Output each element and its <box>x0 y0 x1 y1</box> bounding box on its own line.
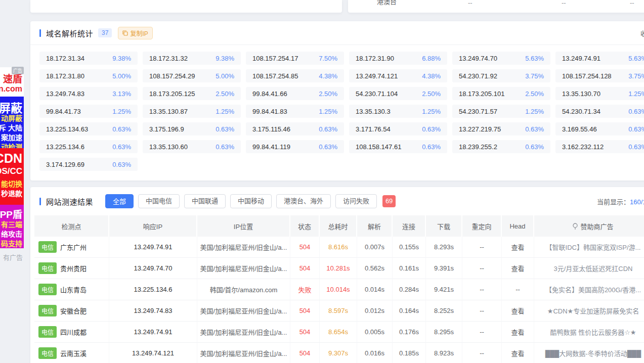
tab-china-mobile[interactable]: 中国移动 <box>230 194 272 208</box>
ip-stat-cell[interactable]: 54.230.71.34 0.63% <box>555 105 644 118</box>
ip-stat-cell[interactable]: 108.157.254.17 7.50% <box>246 52 344 65</box>
ip-stat-cell[interactable]: 99.84.41.66 2.50% <box>246 87 344 100</box>
col-download: 下载 <box>426 215 462 237</box>
node-name: 安徽合肥 <box>60 306 87 315</box>
ip-stat-cell[interactable]: 108.158.147.61 0.63% <box>349 140 447 153</box>
ip-stat-cell[interactable]: 13.35.130.60 0.63% <box>143 140 241 153</box>
ip-stat-cell[interactable]: 18.172.31.80 5.00% <box>39 69 138 82</box>
ad-section-red: CDN OS/CC 能切换 秒退款 <box>0 148 24 205</box>
ip-stat-cell[interactable]: 54.230.71.92 3.75% <box>452 69 550 82</box>
tab-failed[interactable]: 访问失败 <box>335 194 377 208</box>
ip-stat-cell[interactable]: 13.225.134.6 0.63% <box>39 140 138 153</box>
ip-stat-cell[interactable]: 108.157.254.128 3.75% <box>555 69 644 82</box>
ip-stat-cell[interactable]: 3.175.196.9 0.63% <box>143 122 241 135</box>
ip-stat-cell[interactable]: 18.239.255.2 0.63% <box>452 140 550 153</box>
ip-percentage: 2.50% <box>525 90 544 98</box>
ip-stat-cell[interactable]: 18.172.31.32 9.38% <box>143 52 241 65</box>
col-sponsor-ad: 赞助商广告 <box>534 215 644 237</box>
copy-ip-button[interactable]: 复制IP <box>118 27 152 39</box>
result-row: 电信广东广州 13.249.74.91 美国/加利福尼亚州/旧金山/a... 5… <box>34 237 644 258</box>
tab-all[interactable]: 全部 <box>105 194 134 208</box>
ip-location: 美国/加利福尼亚州/旧金山/a... <box>197 322 290 343</box>
ip-stat-cell[interactable]: 13.249.74.121 4.38% <box>349 69 447 82</box>
tab-china-unicom[interactable]: 中国联通 <box>184 194 226 208</box>
ip-stat-cell[interactable]: 108.157.254.85 4.38% <box>246 69 344 82</box>
node-name: 贵州贵阳 <box>60 263 87 273</box>
ip-stat-cell[interactable]: 13.35.130.70 1.25% <box>555 87 644 100</box>
head-view-link[interactable]: 查看 <box>502 322 534 343</box>
head-view-link[interactable]: -- <box>502 279 534 300</box>
node-name: 广东广州 <box>60 242 87 252</box>
sponsor-ad-link[interactable]: 酷鸭数据 性价比云服务器☆★ <box>534 322 644 343</box>
ip-stat-cell[interactable]: 3.171.76.54 0.63% <box>349 122 447 135</box>
col-node: 检测点 <box>34 215 109 237</box>
ip-percentage: 0.63% <box>319 125 337 133</box>
ip-address: 13.225.134.6 <box>46 143 84 151</box>
ip-stat-cell[interactable]: 3.174.129.69 0.63% <box>39 158 138 171</box>
ip-stat-cell[interactable]: 13.35.130.87 1.25% <box>143 105 241 118</box>
dns-time-value: 0.014s <box>357 279 393 300</box>
ip-stat-cell[interactable]: 13.249.74.91 5.63% <box>555 52 644 65</box>
showing-value: 160/160 <box>630 198 644 206</box>
ip-stat-cell[interactable]: 3.175.115.46 0.63% <box>246 122 344 135</box>
ip-stat-cell[interactable]: 13.35.130.3 1.25% <box>349 105 447 118</box>
ip-stat-cell[interactable]: 54.230.71.104 2.50% <box>349 87 447 100</box>
download-time-value: 8.293s <box>426 237 462 258</box>
ip-percentage: 0.63% <box>112 143 131 151</box>
ip-stat-cell[interactable]: 99.84.41.83 1.25% <box>246 105 344 118</box>
ip-stat-cell[interactable]: 18.173.205.125 2.50% <box>143 87 241 100</box>
ip-stat-cell[interactable]: 13.249.74.83 3.13% <box>39 87 138 100</box>
ip-location: 美国/加利福尼亚州/旧金山/a... <box>197 300 290 322</box>
download-time-value: 9.391s <box>426 258 462 279</box>
ip-stat-cell[interactable]: 18.172.31.34 9.38% <box>39 52 138 65</box>
sponsor-ad-link[interactable]: 3元/月亚太低延迟死扛CDN <box>534 258 644 279</box>
ip-stat-cell[interactable]: 99.84.41.73 1.25% <box>39 105 138 118</box>
head-view-link[interactable]: 查看 <box>502 343 534 363</box>
result-row: 电信贵州贵阳 13.249.74.70 美国/加利福尼亚州/旧金山/a... 5… <box>34 258 644 279</box>
head-view-link[interactable]: 查看 <box>502 258 534 279</box>
head-view-link[interactable]: 查看 <box>502 237 534 258</box>
response-ip: 13.249.74.70 <box>109 258 197 279</box>
status-value: 失败 <box>290 279 320 300</box>
ip-stat-cell[interactable]: 3.162.232.112 0.63% <box>555 140 644 153</box>
top-partial-cards: 港澳台 -- -- -- <box>30 0 644 13</box>
ip-stat-cell[interactable]: 54.230.71.57 1.25% <box>452 105 550 118</box>
ad-line-text: 案加速 <box>1 132 22 142</box>
sponsor-ad-link[interactable]: ★CDN★专业加速防屏蔽免实名 <box>534 300 644 322</box>
ip-percentage: 5.00% <box>112 72 131 80</box>
ip-stat-cell[interactable]: 3.169.55.46 0.63% <box>555 122 644 135</box>
connect-time-value: 0.176s <box>393 322 426 343</box>
ip-address: 99.84.41.119 <box>252 143 290 151</box>
ip-stat-cell[interactable]: 108.157.254.29 5.00% <box>143 69 241 82</box>
ip-address: 13.35.130.60 <box>149 143 188 151</box>
ip-stat-cell[interactable]: 18.172.31.90 6.88% <box>349 52 447 65</box>
ip-percentage: 6.88% <box>422 55 441 62</box>
head-view-link[interactable]: 查看 <box>502 300 534 322</box>
redirect-value: -- <box>462 300 502 322</box>
response-ip: 13.249.74.121 <box>109 343 197 363</box>
total-time-value: 8.616s <box>320 237 357 258</box>
sponsor-ad-link[interactable]: ███大网数据-冬季特价活动███ <box>534 343 644 363</box>
tab-hk-mo-tw-overseas[interactable]: 港澳台、海外 <box>276 194 331 208</box>
sponsor-ad-link[interactable]: 【免实名】美国高防200G/香港... <box>534 279 644 300</box>
sponsor-ad-link[interactable]: 【智联IDC】韩国家宽双ISP/游... <box>534 237 644 258</box>
ip-address: 18.239.255.2 <box>459 143 497 151</box>
ip-location: 韩国/首尔/amazon.com <box>197 279 290 300</box>
ad-line-text: 秒退款 <box>1 188 22 198</box>
ip-stat-cell[interactable]: 13.249.74.70 5.63% <box>452 52 550 65</box>
ip-stat-cell[interactable]: 99.84.41.119 0.63% <box>246 140 344 153</box>
ip-stat-cell[interactable]: 13.227.219.75 0.63% <box>452 122 550 135</box>
speed-results-card: 网站测速结果 全部 中国电信 中国联通 中国移动 港澳台、海外 访问失败 69 … <box>30 187 644 363</box>
status-value: 504 <box>290 300 320 322</box>
ad-line-text: 能切换 <box>1 178 22 189</box>
region-row-label: 港澳台 <box>377 0 397 6</box>
ip-stat-cell[interactable]: 18.173.205.101 2.50% <box>452 87 550 100</box>
tab-china-telecom[interactable]: 中国电信 <box>138 194 180 208</box>
ip-stat-cell[interactable]: 13.225.134.63 0.63% <box>39 122 138 135</box>
col-total-time: 总耗时 <box>320 215 357 237</box>
ip-percentage: 0.63% <box>525 143 544 151</box>
collapse-button[interactable]: 收起 <box>640 28 644 38</box>
node-name: 四川成都 <box>60 327 87 337</box>
side-ad-banner[interactable]: 广告 速盾 n.com 屏蔽 动屏蔽 斥 大陆 案加速 动检测 CDN OS/C… <box>0 67 24 261</box>
ad-line-text: CDN <box>0 151 22 166</box>
